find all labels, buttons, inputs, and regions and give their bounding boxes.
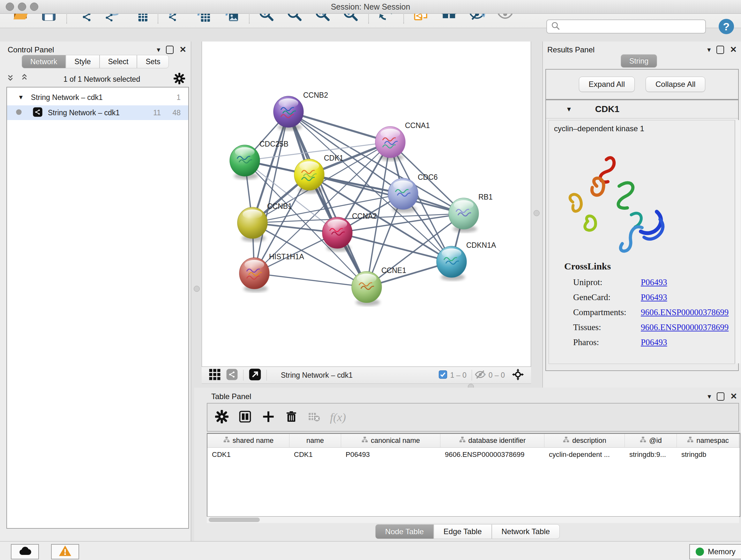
node-CCNA1[interactable]: CCNA1 <box>375 121 430 161</box>
column-type-icon <box>361 436 368 445</box>
table-panel-close-icon[interactable]: ✕ <box>730 391 737 401</box>
search-box[interactable] <box>546 19 706 34</box>
column-header-shared-name[interactable]: shared name <box>207 434 289 447</box>
crosslink-label: Tissues: <box>573 322 601 332</box>
crosslink-value-link[interactable]: 9606.ENSP00000378699 <box>641 322 729 332</box>
grid-view-icon[interactable] <box>209 368 221 382</box>
collapse-all-networks-icon[interactable] <box>6 74 16 84</box>
tab-network[interactable]: Network <box>22 55 66 68</box>
tab-node-table[interactable]: Node Table <box>375 524 434 539</box>
current-network-name: String Network – cdk1 <box>281 371 353 380</box>
network-edge-count: 48 <box>172 109 181 117</box>
column-header--id[interactable]: @id <box>625 434 677 447</box>
table-cell[interactable]: 9606.ENSP00000378699 <box>441 448 544 462</box>
control-panel-float-icon[interactable] <box>166 46 174 54</box>
tab-edge-table[interactable]: Edge Table <box>434 524 492 539</box>
edge-HIST1H1A-CCNE1[interactable] <box>254 273 367 287</box>
node-CCNB2[interactable]: CCNB2 <box>273 91 328 131</box>
node-label-CCNB1: CCNB1 <box>267 202 292 210</box>
node-label-CDKN1A: CDKN1A <box>466 241 496 249</box>
selected-checkbox[interactable] <box>438 370 448 381</box>
network-state-dot-icon <box>15 108 23 118</box>
results-panel-close-icon[interactable]: ✕ <box>730 45 737 55</box>
collapse-all-button[interactable]: Collapse All <box>646 77 705 92</box>
table-cell[interactable]: CDK1 <box>289 448 341 462</box>
crosslink-row: Pharos:P06493 <box>573 337 730 348</box>
tab-style[interactable]: Style <box>66 55 99 68</box>
node-RB1[interactable]: RB1 <box>449 193 493 233</box>
crosslink-value-link[interactable]: P06493 <box>641 293 667 302</box>
right-splitter-handle[interactable] <box>534 210 540 216</box>
edge-CCNB2-HIST1H1A[interactable] <box>254 112 288 273</box>
table-cell[interactable]: stringdb <box>677 448 739 462</box>
collection-expand-icon[interactable]: ▼ <box>18 94 24 101</box>
open-in-window-icon[interactable] <box>249 368 261 382</box>
crosslink-value-link[interactable]: P06493 <box>641 277 667 287</box>
edge-CCNB2-CCNA1[interactable] <box>288 112 390 142</box>
help-button[interactable]: ? <box>719 19 734 34</box>
control-panel-tabs: NetworkStyleSelectSets <box>22 55 169 68</box>
node-label-CCNA2: CCNA2 <box>352 212 377 220</box>
tab-sets[interactable]: Sets <box>137 55 169 68</box>
cloud-status-button[interactable] <box>11 544 39 559</box>
column-header-description[interactable]: description <box>544 434 625 447</box>
crosslink-label: Compartments: <box>573 307 626 317</box>
crosslink-row: Tissues:9606.ENSP00000378699 <box>573 322 730 332</box>
selected-node-edge-counts: 1 – 0 <box>450 371 467 380</box>
node-CDC25B[interactable]: CDC25B <box>230 140 288 179</box>
memory-button[interactable]: Memory <box>689 544 741 559</box>
left-splitter-handle[interactable] <box>194 286 200 292</box>
column-header-namespac[interactable]: namespac <box>677 434 739 447</box>
column-header-name[interactable]: name <box>289 434 341 447</box>
table-row[interactable]: CDK1CDK1P064939606.ENSP00000378699cyclin… <box>207 448 740 462</box>
table-cell[interactable]: P06493 <box>341 448 441 462</box>
node-HIST1H1A[interactable]: HIST1H1A <box>239 253 305 292</box>
control-panel-close-icon[interactable]: ✕ <box>179 45 186 55</box>
network-row-selected[interactable]: String Network – cdk1 11 48 <box>7 105 188 120</box>
table-panel-float-icon[interactable] <box>717 392 724 401</box>
tab-string[interactable]: String <box>621 54 657 68</box>
tab-network-table[interactable]: Network Table <box>492 524 560 539</box>
gene-expand-icon[interactable]: ▼ <box>566 106 572 113</box>
table-cell[interactable]: CDK1 <box>207 448 289 462</box>
table-panel: Table Panel ▾ ✕ f(x) shared namenamecano… <box>194 388 741 541</box>
table-scrollbar-thumb[interactable] <box>209 517 260 522</box>
node-table[interactable]: shared namenamecanonical namedatabase id… <box>207 433 740 517</box>
clear-table-icon <box>308 410 320 424</box>
table-panel-menu-icon[interactable]: ▾ <box>708 392 711 401</box>
node-CDKN1A[interactable]: CDKN1A <box>436 241 496 281</box>
search-input[interactable] <box>563 22 698 31</box>
crosslink-value-link[interactable]: P06493 <box>641 337 667 348</box>
delete-column-icon[interactable] <box>285 410 298 425</box>
gene-section-header[interactable]: ▼ CDK1 <box>546 100 738 118</box>
results-panel-float-icon[interactable] <box>717 46 724 54</box>
expand-all-networks-icon[interactable] <box>20 74 30 84</box>
hidden-eye-slash-icon[interactable] <box>475 369 486 381</box>
pan-crosshair-icon[interactable] <box>511 368 525 382</box>
status-bar: Memory <box>0 541 741 560</box>
column-header-canonical-name[interactable]: canonical name <box>341 434 441 447</box>
node-label-RB1: RB1 <box>478 193 493 201</box>
node-CDC6[interactable]: CDC6 <box>388 173 438 212</box>
control-panel-menu-icon[interactable]: ▾ <box>157 46 160 54</box>
tab-select[interactable]: Select <box>99 55 137 68</box>
crosslink-value-link[interactable]: 9606.ENSP00000378699 <box>641 307 729 317</box>
results-panel-menu-icon[interactable]: ▾ <box>707 46 711 54</box>
table-horizontal-scrollbar[interactable] <box>207 516 739 523</box>
table-cell[interactable]: stringdb:9... <box>625 448 677 462</box>
column-header-database-identifier[interactable]: database identifier <box>441 434 544 447</box>
table-settings-gear-icon[interactable] <box>215 410 228 425</box>
show-columns-icon[interactable] <box>238 410 252 425</box>
expand-all-button[interactable]: Expand All <box>579 77 635 92</box>
warnings-button[interactable] <box>51 544 79 559</box>
network-options-gear-icon[interactable] <box>174 73 185 85</box>
results-scrollbar[interactable] <box>735 120 740 363</box>
cloud-icon <box>18 544 32 559</box>
table-cell[interactable]: cyclin-dependent ... <box>544 448 625 462</box>
hidden-node-edge-counts: 0 – 0 <box>488 371 505 380</box>
network-view-canvas[interactable]: CCNB2 CCNA1 CDC25B CDK1 CDC6 <box>202 42 531 367</box>
network-thumbnail-icon[interactable] <box>226 368 238 382</box>
add-column-icon[interactable] <box>262 410 275 425</box>
network-collection-row[interactable]: ▼ String Network – cdk1 1 <box>7 90 188 105</box>
crosslink-label: GeneCard: <box>573 293 610 302</box>
